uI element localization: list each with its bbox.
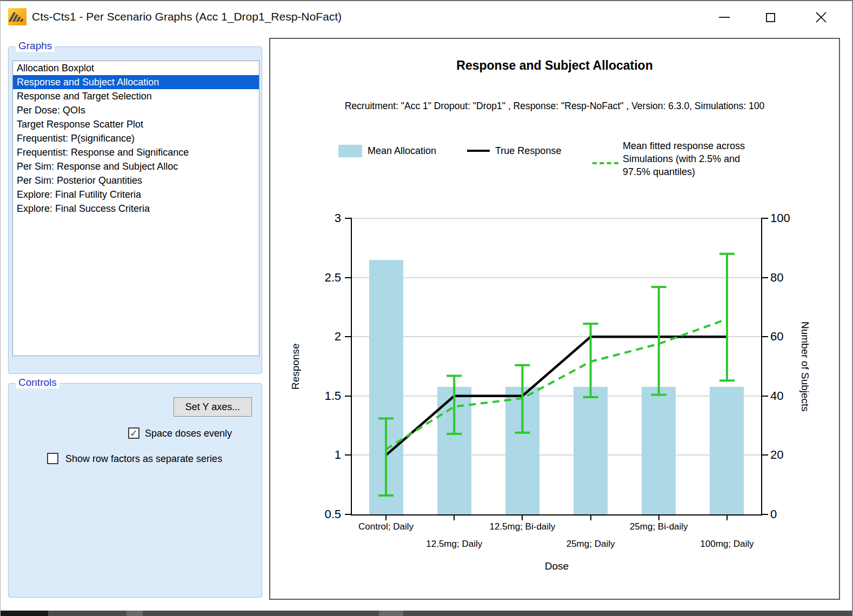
title-bar: Cts-Cts1 - Per Scenario Graphs (Acc 1_Dr… xyxy=(1,1,852,32)
x-axis-tick xyxy=(727,514,728,520)
right-axis-tick-label: 80 xyxy=(770,271,803,285)
left-axis-tick xyxy=(345,514,352,515)
left-axis-line xyxy=(351,218,352,515)
graphs-list-item[interactable]: Target Response Scatter Plot xyxy=(13,117,259,131)
mean-allocation-bar xyxy=(437,387,471,514)
right-axis-line xyxy=(761,218,762,515)
left-axis-tick xyxy=(345,336,352,337)
x-category-label: 25mg; Bi-daily xyxy=(608,521,710,532)
right-axis-tick xyxy=(761,277,768,278)
right-axis-tick-label: 0 xyxy=(770,507,803,521)
window-footer xyxy=(1,600,852,611)
minimize-icon xyxy=(719,17,730,18)
space-doses-evenly-checkbox[interactable]: ✓ xyxy=(128,427,139,439)
left-axis-tick-label: 0.5 xyxy=(309,507,341,521)
mean-allocation-bar xyxy=(369,260,403,514)
graphs-groupbox-label: Graphs xyxy=(16,40,55,52)
left-axis-tick xyxy=(345,396,352,397)
minimize-button[interactable] xyxy=(712,6,737,28)
x-axis-tick xyxy=(454,514,455,520)
grid-line xyxy=(352,396,761,397)
right-axis-tick-label: 20 xyxy=(770,448,803,462)
right-axis-tick-label: 40 xyxy=(770,389,803,403)
bottom-axis-line xyxy=(351,514,762,515)
right-axis-tick-label: 60 xyxy=(770,330,803,344)
maximize-button[interactable] xyxy=(758,6,783,28)
space-doses-evenly-label: Space doses evenly xyxy=(145,428,232,439)
graphs-list-item[interactable]: Explore: Final Success Criteria xyxy=(13,202,259,216)
background-taskbar xyxy=(1,611,852,616)
right-axis-tick xyxy=(761,396,768,397)
x-category-label: Control; Daily xyxy=(335,521,437,532)
graphs-list-item[interactable]: Frequentist: P(significance) xyxy=(13,131,259,145)
close-icon xyxy=(815,11,827,23)
show-row-factors-checkbox[interactable] xyxy=(47,453,58,464)
window-title: Cts-Cts1 - Per Scenario Graphs (Acc 1_Dr… xyxy=(32,10,342,23)
plot-lines-svg xyxy=(270,39,841,601)
x-category-label: 12.5mg; Bi-daily xyxy=(471,521,574,532)
x-category-label: 12.5mg; Daily xyxy=(403,539,505,550)
grid-line xyxy=(352,454,761,456)
left-axis-tick-label: 1.5 xyxy=(309,389,341,403)
mean-allocation-bar xyxy=(642,387,676,514)
graphs-list-item[interactable]: Response and Subject Allocation xyxy=(13,75,259,89)
chart-panel: Response and Subject Allocation Recruitm… xyxy=(269,38,840,600)
controls-groupbox-label: Controls xyxy=(16,377,59,389)
taskbar-segment xyxy=(1,611,48,616)
left-axis-tick xyxy=(345,454,352,456)
facts-logo-icon xyxy=(8,8,26,25)
x-axis-tick xyxy=(590,514,591,520)
x-category-label: 100mg; Daily xyxy=(676,539,778,550)
graphs-list-item[interactable]: Per Sim: Posterior Quantities xyxy=(13,173,259,188)
x-axis-tick xyxy=(658,514,659,520)
right-axis-tick xyxy=(761,454,768,456)
right-axis-tick xyxy=(761,218,768,219)
graphs-list-item[interactable]: Per Sim: Response and Subject Alloc xyxy=(13,159,259,173)
left-axis-tick-label: 1 xyxy=(309,448,341,462)
grid-line xyxy=(352,218,761,219)
taskbar-segment xyxy=(126,611,143,616)
x-category-label: 25mg; Daily xyxy=(539,539,642,550)
right-axis-tick-label: 100 xyxy=(770,211,803,225)
left-axis-tick xyxy=(345,218,352,219)
grid-line xyxy=(352,336,761,337)
app-window: Cts-Cts1 - Per Scenario Graphs (Acc 1_Dr… xyxy=(0,0,853,616)
left-axis-tick-label: 3 xyxy=(309,211,341,225)
right-axis-tick xyxy=(761,514,768,515)
left-axis-tick xyxy=(345,277,352,278)
mean-allocation-bar xyxy=(505,387,539,514)
graphs-list-item[interactable]: Frequentist: Response and Significance xyxy=(13,145,259,159)
left-axis-tick-label: 2.5 xyxy=(309,271,341,285)
grid-line xyxy=(352,277,761,278)
taskbar-segment xyxy=(379,611,403,616)
graphs-listbox[interactable]: Allocation BoxplotResponse and Subject A… xyxy=(12,61,259,356)
x-axis-tick xyxy=(385,514,386,520)
graphs-list-item[interactable]: Explore: Final Futility Criteria xyxy=(13,188,259,202)
mean-allocation-bar xyxy=(710,387,744,514)
show-row-factors-label: Show row factors as separate series xyxy=(65,453,222,465)
mean-allocation-bar xyxy=(574,387,608,514)
graphs-list-item[interactable]: Per Dose: QOIs xyxy=(13,103,259,117)
close-button[interactable] xyxy=(809,6,834,28)
left-axis-tick-label: 2 xyxy=(309,330,341,344)
graphs-list-item[interactable]: Allocation Boxplot xyxy=(13,61,259,75)
plot-area: 32.521.510.5100806040200Control; Daily12… xyxy=(270,39,841,601)
x-axis-tick xyxy=(522,514,523,520)
maximize-icon xyxy=(766,13,775,22)
set-y-axes-button[interactable]: Set Y axes... xyxy=(174,397,252,417)
right-axis-tick xyxy=(761,336,768,337)
graphs-list-item[interactable]: Response and Target Selection xyxy=(13,89,259,103)
